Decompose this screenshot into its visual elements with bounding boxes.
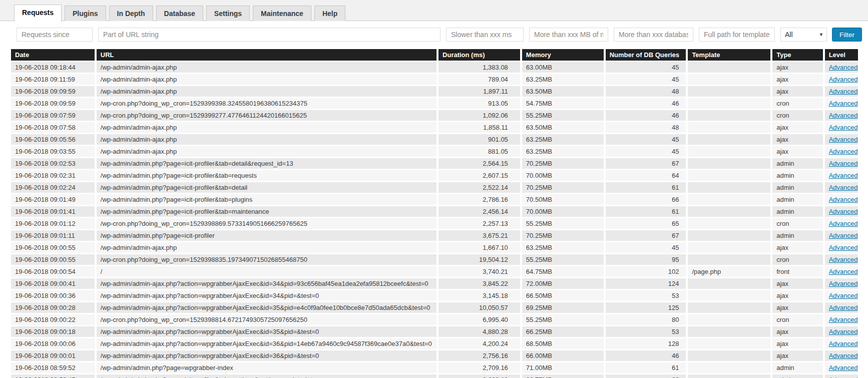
advanced-link[interactable]: Advanced [829,304,858,311]
cell-db-queries: 53 [606,326,686,337]
cell-date: 19-06-2018 09:00:55 [11,254,95,265]
cell-template [688,254,770,265]
table-row: 19-06-2018 08:59:45 /wp-admin/admin.php?… [11,374,858,378]
filter-button[interactable]: Filter [832,28,862,42]
advanced-link[interactable]: Advanced [829,112,858,119]
cell-template [688,62,770,73]
cell-template [688,326,770,337]
cell-type: ajax [772,278,822,289]
cell-date: 19-06-2018 09:01:49 [11,194,95,205]
cell-url: /wp-admin/admin.php?page=icit-profiler&t… [97,194,437,205]
cell-url: /wp-admin/admin-ajax.php?action=wpgrabbe… [97,350,437,361]
advanced-link[interactable]: Advanced [829,124,858,131]
cell-memory: 66.75MB [522,374,604,378]
advanced-link[interactable]: Advanced [829,364,858,371]
table-row: 19-06-2018 09:02:24 /wp-admin/admin.php?… [11,182,858,193]
requests-since-input[interactable] [17,28,93,42]
advanced-link[interactable]: Advanced [829,208,858,215]
cell-level: Advanced [825,338,858,349]
cell-level: Advanced [825,170,858,181]
cell-memory: 63.25MB [522,146,604,157]
cell-template [688,314,770,325]
advanced-link[interactable]: Advanced [829,268,858,275]
advanced-link[interactable]: Advanced [829,244,858,251]
memory-filter-input[interactable] [529,28,608,42]
advanced-link[interactable]: Advanced [829,232,858,239]
cell-duration: 913.05 [439,98,520,109]
cell-db-queries: 45 [606,62,686,73]
cell-url: /wp-cron.php?doing_wp_cron=1529398814.67… [97,314,437,325]
cell-template: /page.php [688,266,770,277]
cell-db-queries: 80 [606,314,686,325]
advanced-link[interactable]: Advanced [829,160,858,167]
tab-maintenance[interactable]: Maintenance [253,6,311,21]
cell-type: ajax [772,74,822,85]
advanced-link[interactable]: Advanced [829,316,858,323]
tab-database[interactable]: Database [156,6,203,21]
template-filter-input[interactable] [699,28,775,42]
cell-url: /wp-admin/admin.php?page=icit-profiler [97,230,437,241]
table-row: 19-06-2018 09:00:28 /wp-admin/admin-ajax… [11,302,858,313]
column-header-duration: Duration (ms) [439,49,520,61]
table-row: 19-06-2018 09:01:49 /wp-admin/admin.php?… [11,194,858,205]
advanced-link[interactable]: Advanced [829,328,858,335]
table-row: 19-06-2018 09:00:36 /wp-admin/admin-ajax… [11,290,858,301]
table-row: 19-06-2018 09:00:54 / 3,740.21 64.75MB 1… [11,266,858,277]
advanced-link[interactable]: Advanced [829,88,858,95]
tab-plugins[interactable]: Plugins [65,6,106,21]
tab-bar: RequestsPluginsIn DepthDatabaseSettingsM… [0,0,868,21]
cell-db-queries: 48 [606,122,686,133]
table-row: 19-06-2018 09:01:41 /wp-admin/admin.php?… [11,206,858,217]
duration-filter-input[interactable] [446,28,524,42]
cell-url: / [97,266,437,277]
table-row: 19-06-2018 09:02:53 /wp-admin/admin.php?… [11,158,858,169]
cell-db-queries: 63 [606,374,686,378]
cell-level: Advanced [825,62,858,73]
cell-url: /wp-admin/admin-ajax.php [97,242,437,253]
advanced-link[interactable]: Advanced [829,64,858,71]
advanced-link[interactable]: Advanced [829,376,858,378]
url-filter-input[interactable] [98,28,441,42]
tab-settings[interactable]: Settings [206,6,250,21]
table-row: 19-06-2018 09:00:01 /wp-admin/admin-ajax… [11,350,858,361]
advanced-link[interactable]: Advanced [829,172,858,179]
advanced-link[interactable]: Advanced [829,196,858,203]
cell-db-queries: 45 [606,242,686,253]
advanced-link[interactable]: Advanced [829,148,858,155]
cell-type: ajax [772,326,822,337]
cell-url: /wp-admin/admin-ajax.php?action=wpgrabbe… [97,302,437,313]
cell-type: cron [772,254,822,265]
tab-in-depth[interactable]: In Depth [109,6,153,21]
advanced-link[interactable]: Advanced [829,280,858,287]
cell-duration: 2,564.15 [439,158,520,169]
tab-requests[interactable]: Requests [14,5,62,22]
cell-type: ajax [772,242,822,253]
cell-duration: 1,667.10 [439,242,520,253]
cell-db-queries: 125 [606,302,686,313]
advanced-link[interactable]: Advanced [829,256,858,263]
cell-memory: 66.25MB [522,326,604,337]
advanced-link[interactable]: Advanced [829,100,858,107]
cell-db-queries: 102 [606,266,686,277]
cell-db-queries: 64 [606,170,686,181]
cell-db-queries: 46 [606,350,686,361]
advanced-link[interactable]: Advanced [829,340,858,347]
cell-template [688,134,770,145]
type-select[interactable]: All [780,28,827,42]
column-header-date: Date [11,49,95,61]
tab-help[interactable]: Help [314,6,345,21]
cell-level: Advanced [825,134,858,145]
cell-level: Advanced [825,86,858,97]
cell-template [688,146,770,157]
advanced-link[interactable]: Advanced [829,352,858,359]
advanced-link[interactable]: Advanced [829,292,858,299]
advanced-link[interactable]: Advanced [829,76,858,83]
profiler-page: RequestsPluginsIn DepthDatabaseSettingsM… [0,0,868,378]
advanced-link[interactable]: Advanced [829,220,858,227]
advanced-link[interactable]: Advanced [829,136,858,143]
db-queries-filter-input[interactable] [614,28,693,42]
advanced-link[interactable]: Advanced [829,184,858,191]
cell-type: cron [772,110,822,121]
cell-date: 19-06-2018 09:01:12 [11,218,95,229]
cell-url: /wp-cron.php?doing_wp_cron=1529398835.19… [97,254,437,265]
